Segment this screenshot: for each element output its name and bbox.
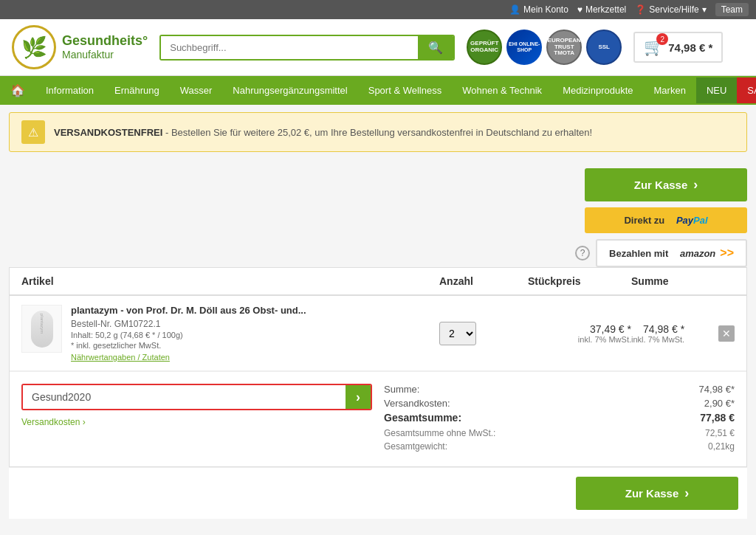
gewicht-row: Gesamtgewicht: 0,21kg bbox=[384, 441, 735, 452]
arrow-right-icon-bottom: › bbox=[684, 486, 689, 501]
col-stueckpreis: Stückpreis bbox=[528, 275, 631, 287]
amazon-logo: amazon bbox=[680, 248, 715, 259]
logo-circle: 🌿 bbox=[12, 25, 56, 69]
summe-label: Summe: bbox=[384, 384, 419, 395]
user-icon: 👤 bbox=[509, 4, 520, 15]
trust-badges: GEPRÜFT ORGANIC EHI ONLINE-SHOP EUROPEAN… bbox=[467, 30, 622, 65]
summe-row: Summe: 74,98 €* bbox=[384, 384, 735, 395]
tree-icon: 🌿 bbox=[21, 35, 47, 60]
total-mwst: inkl. 7% MwSt. bbox=[631, 335, 684, 344]
coupon-submit-button[interactable]: › bbox=[346, 385, 371, 409]
gesamtsumme-value: 77,88 € bbox=[700, 412, 735, 424]
ohne-mwst-value: 72,51 € bbox=[705, 428, 735, 438]
help-icon[interactable]: ? bbox=[575, 246, 590, 260]
col-anzahl: Anzahl bbox=[439, 275, 528, 287]
paypal-logo: PayPal bbox=[676, 215, 708, 226]
col-summe: Summe bbox=[631, 275, 735, 287]
search-button[interactable]: 🔍 bbox=[418, 36, 453, 59]
unit-price-col: 37,49 € * inkl. 7% MwSt. bbox=[528, 323, 631, 344]
summary-section: Summe: 74,98 €* Versandkosten: 2,90 €* G… bbox=[384, 384, 735, 455]
team-button[interactable]: Team bbox=[715, 3, 749, 16]
site-header: 🌿 Gesundheits° Manufaktur 🔍 GEPRÜFT ORGA… bbox=[0, 19, 756, 76]
nav-sale[interactable]: SALE bbox=[737, 77, 756, 103]
coupon-section: › Versandkosten › bbox=[21, 384, 372, 455]
warning-icon: ⚠ bbox=[21, 120, 45, 144]
amazon-text: Bezahlen mit bbox=[609, 248, 668, 259]
product-img-label: plantazym bbox=[40, 314, 44, 334]
unit-price: 37,49 € * bbox=[528, 323, 631, 335]
gesamtsumme-row: Gesamtsumme: 77,88 € bbox=[384, 412, 735, 424]
final-checkout-area: Zur Kasse › bbox=[9, 467, 747, 519]
gewicht-value: 0,21kg bbox=[708, 441, 735, 452]
cart-content-area: Artikel Anzahl Stückpreis Summe plantazy… bbox=[9, 267, 747, 467]
nav-home[interactable]: 🏠 bbox=[0, 76, 35, 105]
product-pill-visual: plantazym bbox=[31, 311, 53, 348]
total-price: 74,98 € * bbox=[631, 323, 684, 335]
cart-area[interactable]: 🛒 2 74,98 € * bbox=[633, 32, 723, 63]
versandkosten-row: Versandkosten: 2,90 €* bbox=[384, 398, 735, 409]
amazon-button-wrap: ? Bezahlen mit amazon >> bbox=[575, 239, 747, 267]
ehi-badge: EHI ONLINE-SHOP bbox=[506, 30, 542, 65]
versandkosten-value: 2,90 €* bbox=[704, 398, 735, 409]
top-bar: 👤 Mein Konto ♥ Merkzettel ❓ Service/Hilf… bbox=[0, 0, 756, 19]
total-price-col: 74,98 € * inkl. 7% MwSt. bbox=[631, 323, 684, 344]
logo-area: 🌿 Gesundheits° Manufaktur bbox=[12, 25, 148, 69]
nahrwert-link[interactable]: Nährwertangaben / Zutaten bbox=[71, 353, 439, 362]
cart-row: plantazym plantazym - von Prof. Dr. M. D… bbox=[10, 296, 746, 371]
versandkosten-link[interactable]: Versandkosten › bbox=[21, 417, 86, 427]
nav-medizin[interactable]: Medizinprodukte bbox=[552, 77, 643, 103]
nav-neu[interactable]: NEU bbox=[696, 77, 737, 103]
remove-item-button[interactable]: ✕ bbox=[718, 325, 735, 342]
arrow-right-icon: › bbox=[693, 177, 698, 193]
coupon-input[interactable] bbox=[23, 385, 346, 409]
paypal-button[interactable]: Direkt zu PayPal bbox=[585, 207, 747, 233]
ohne-mwst-row: Gesamtsumme ohne MwSt.: 72,51 € bbox=[384, 428, 735, 438]
nav-nahrung[interactable]: Nahrungsergänzungsmittel bbox=[222, 77, 357, 103]
logo-text: Gesundheits° Manufaktur bbox=[62, 33, 148, 61]
chevron-down-icon: ▾ bbox=[702, 4, 707, 15]
qty-dropdown[interactable]: 1 2 3 4 5 bbox=[439, 322, 476, 345]
nav-marken[interactable]: Marken bbox=[644, 77, 696, 103]
cart-price: 74,98 € * bbox=[668, 41, 712, 54]
ohne-mwst-label: Gesamtsumme ohne MwSt.: bbox=[384, 428, 495, 438]
shipping-banner: ⚠ VERSANDKOSTENFREI - Bestellen Sie für … bbox=[9, 112, 747, 152]
question-icon: ❓ bbox=[635, 4, 646, 15]
nav-information[interactable]: Information bbox=[35, 77, 104, 103]
bottom-section: › Versandkosten › Summe: 74,98 €* Versan… bbox=[10, 371, 746, 466]
mein-konto-link[interactable]: 👤 Mein Konto bbox=[509, 4, 568, 15]
product-image: plantazym bbox=[21, 305, 62, 353]
coupon-input-wrap: › bbox=[21, 384, 372, 410]
amazon-arrow: >> bbox=[720, 246, 734, 260]
nav-wasser[interactable]: Wasser bbox=[170, 77, 223, 103]
checkout-button-bottom[interactable]: Zur Kasse › bbox=[576, 477, 738, 510]
shipping-text: VERSANDKOSTENFREI - Bestellen Sie für we… bbox=[54, 127, 592, 138]
product-info: plantazym plantazym - von Prof. Dr. M. D… bbox=[21, 305, 439, 362]
ssl-badge: SSL bbox=[586, 30, 622, 65]
summe-col: 74,98 € * inkl. 7% MwSt. ✕ bbox=[631, 323, 735, 344]
product-nr: Bestell-Nr. GM10722.1 bbox=[71, 319, 439, 329]
cart-header: Artikel Anzahl Stückpreis Summe bbox=[10, 268, 746, 296]
quantity-selector: 1 2 3 4 5 bbox=[439, 322, 528, 345]
nav-sport[interactable]: Sport & Wellness bbox=[358, 77, 452, 103]
cart-icon-wrap: 🛒 2 bbox=[644, 38, 664, 57]
product-mwst: * inkl. gesetzlicher MwSt. bbox=[71, 341, 439, 350]
organic-badge: GEPRÜFT ORGANIC bbox=[467, 30, 502, 65]
product-details: plantazym - von Prof. Dr. M. Döll aus 26… bbox=[71, 305, 439, 362]
summe-value: 74,98 €* bbox=[699, 384, 735, 395]
gewicht-label: Gesamtgewicht: bbox=[384, 441, 447, 452]
product-inhalt: Inhalt: 50,2 g (74,68 € * / 100g) bbox=[71, 331, 439, 339]
cart-badge: 2 bbox=[656, 33, 668, 45]
amazon-button[interactable]: Bezahlen mit amazon >> bbox=[596, 239, 747, 267]
bookmark-icon: ♥ bbox=[577, 4, 583, 15]
search-input[interactable] bbox=[161, 36, 418, 59]
nav-ernaehrung[interactable]: Ernährung bbox=[104, 77, 170, 103]
search-bar: 🔍 bbox=[159, 35, 455, 61]
checkout-button-top[interactable]: Zur Kasse › bbox=[585, 168, 747, 201]
shipping-detail: - Bestellen Sie für weitere 25,02 €, um … bbox=[165, 127, 592, 138]
unit-mwst: inkl. 7% MwSt. bbox=[528, 335, 631, 344]
service-hilfe-link[interactable]: ❓ Service/Hilfe ▾ bbox=[635, 4, 706, 15]
product-name: plantazym - von Prof. Dr. M. Döll aus 26… bbox=[71, 305, 439, 316]
merkzettel-link[interactable]: ♥ Merkzettel bbox=[577, 4, 626, 15]
nav-wohnen[interactable]: Wohnen & Technik bbox=[452, 77, 552, 103]
brand-name: Gesundheits° bbox=[62, 33, 148, 49]
